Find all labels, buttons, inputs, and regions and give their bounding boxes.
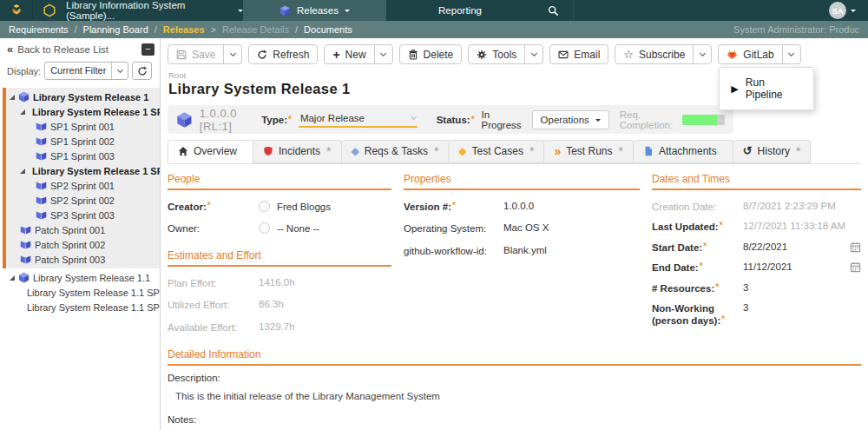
email-button-group: Email [549, 44, 608, 64]
delete-button-group: Delete [399, 44, 463, 64]
new-dropdown-toggle[interactable] [374, 45, 392, 63]
description-text[interactable]: This is the initial release of the Libra… [168, 391, 861, 401]
tree-expand-caret-icon[interactable] [10, 275, 15, 281]
breadcrumb-separator: / [295, 24, 298, 35]
trash-icon [408, 50, 418, 60]
required-marker: * [703, 241, 707, 251]
subscribe-button[interactable]: ☆ Subscribe [615, 45, 693, 63]
tree-expand-caret-icon[interactable] [20, 169, 25, 174]
tree-item-release-1-sp1[interactable]: Library System Release 1 SP1 [6, 104, 160, 119]
sprint-book-icon [20, 254, 31, 265]
status-label: Status:* [437, 115, 475, 125]
avatar[interactable]: SA [829, 2, 846, 19]
tree-item-patch-sprint-001[interactable]: Patch Sprint 001 [6, 222, 160, 237]
sidebar-collapse-button[interactable]: − [141, 43, 155, 56]
non-working-days-value[interactable]: 3 [743, 302, 748, 313]
tab-attachments[interactable]: Attachments [634, 140, 733, 163]
release-tree-sidebar: « Back to Release List − Display: Curren… [0, 38, 161, 430]
active-section-label: Releases [297, 5, 339, 16]
releases-section-menu[interactable]: Releases [243, 0, 386, 21]
breadcrumb-documents[interactable]: Documents [304, 24, 352, 35]
subscribe-dropdown-toggle[interactable] [693, 45, 711, 63]
tree-refresh-button[interactable] [132, 62, 152, 80]
gitlab-button[interactable]: GitLab [719, 45, 781, 63]
operating-system-value[interactable]: Mac OS X [503, 222, 549, 233]
display-filter-select[interactable]: Current Filter [44, 62, 128, 80]
start-date-value[interactable]: 8/22/2021 [743, 241, 818, 252]
gear-icon [477, 50, 487, 60]
save-dropdown-toggle[interactable] [223, 45, 241, 63]
release-cube-icon [18, 91, 30, 103]
tree-item-sp1-sprint-001[interactable]: SP1 Sprint 001 [6, 119, 160, 134]
tree-item-sp2-sprint-002[interactable]: SP2 Sprint 002 [6, 193, 160, 208]
github-workflow-value[interactable]: Blank.yml [503, 245, 547, 255]
end-date-value[interactable]: 11/12/2021 [743, 261, 818, 272]
subscribe-button-group: ☆ Subscribe [615, 44, 712, 64]
tab-history[interactable]: ↺ History* [733, 140, 812, 163]
tree-item-patch-sprint-002[interactable]: Patch Sprint 002 [6, 237, 160, 252]
tree-item-patch-sprint-003[interactable]: Patch Sprint 003 [6, 252, 160, 267]
required-marker: * [207, 201, 211, 210]
plan-effort-field: Plan Effort: 1416.0h [168, 277, 391, 289]
tree-item-release-11-sp2[interactable]: Library System Release 1.1 SP2 [6, 300, 160, 314]
tools-dropdown-toggle[interactable] [524, 45, 542, 63]
tools-button[interactable]: Tools [469, 45, 524, 63]
app-logo[interactable] [0, 0, 33, 21]
gitlab-icon [727, 49, 738, 60]
action-toolbar: Save Refresh + New Delet [161, 38, 868, 69]
resources-value[interactable]: 3 [743, 282, 748, 293]
owner-label: Owner: [168, 222, 259, 235]
product-selector-menu[interactable]: Library Information System (Sample)... [66, 0, 243, 21]
user-context-text: System Administrator: Produc [733, 24, 859, 35]
required-marker: * [715, 282, 719, 292]
tab-test-cases[interactable]: ◆ Test Cases* [449, 140, 544, 163]
tree-item-release-11-sp1[interactable]: Library System Release 1.1 SP1 [6, 285, 160, 300]
workspace-hexagon-logo[interactable] [33, 0, 66, 21]
tree-item-release-1-sp2[interactable]: Library System Release 1 SP2 [6, 163, 160, 178]
creator-avatar-circle[interactable] [259, 201, 270, 212]
delete-button[interactable]: Delete [400, 45, 462, 63]
status-value: In Progress [482, 109, 522, 130]
required-marker: * [471, 115, 475, 124]
global-search-button[interactable] [534, 0, 574, 21]
tree-expand-caret-icon[interactable] [10, 95, 15, 100]
refresh-button[interactable]: Refresh [249, 45, 317, 63]
req-completion-progressbar [682, 115, 725, 125]
tree-item-sp1-sprint-003[interactable]: SP1 Sprint 003 [6, 149, 160, 163]
calendar-icon[interactable] [850, 241, 861, 253]
save-button[interactable]: Save [168, 45, 223, 63]
detailed-info-header: Detailed Information [168, 348, 861, 366]
version-value[interactable]: 1.0.0.0 [503, 201, 534, 211]
run-pipeline-menu-item[interactable]: ▶ Run Pipeline [720, 73, 813, 104]
document-icon [643, 146, 654, 156]
tree-item-release-11[interactable]: Library System Release 1.1 [6, 270, 160, 285]
tab-test-runs[interactable]: » Test Runs* [544, 140, 634, 163]
calendar-icon[interactable] [850, 261, 861, 273]
breadcrumb-planning-board[interactable]: Planning Board [83, 24, 148, 35]
operations-button[interactable]: Operations [532, 110, 609, 129]
owner-avatar-circle[interactable] [259, 222, 270, 234]
sprint-book-icon [36, 121, 47, 132]
tree-item-sp2-sprint-001[interactable]: SP2 Sprint 001 [6, 178, 160, 193]
tree-expand-caret-icon[interactable] [20, 109, 25, 115]
diamond-icon: ◆ [352, 145, 359, 157]
breadcrumb-releases[interactable]: Releases [163, 24, 205, 35]
people-section-header: People [168, 173, 391, 190]
type-select[interactable]: Major Release [299, 111, 418, 128]
back-to-release-list-link[interactable]: Back to Release List [17, 44, 108, 55]
gitlab-dropdown-toggle[interactable] [782, 45, 800, 63]
tab-reqs-tasks[interactable]: ◆ Reqs & Tasks* [342, 140, 450, 163]
user-menu[interactable]: SA [829, 0, 868, 21]
display-label: Display: [7, 66, 41, 76]
new-button[interactable]: + New [325, 45, 373, 63]
reporting-menu[interactable]: Reporting [386, 0, 534, 21]
gitlab-button-group: GitLab ▶ Run Pipeline [718, 44, 800, 64]
tab-overview[interactable]: Overview [168, 140, 253, 163]
email-button[interactable]: Email [550, 45, 608, 63]
breadcrumb-requirements[interactable]: Requirements [9, 24, 68, 35]
tree-item-sp3-sprint-003[interactable]: SP3 Sprint 003 [6, 208, 160, 222]
tab-incidents[interactable]: Incidents* [253, 140, 341, 163]
owner-value: -- None -- [277, 223, 319, 234]
tree-item-release-1[interactable]: Library System Release 1 [6, 89, 160, 104]
tree-item-sp1-sprint-002[interactable]: SP1 Sprint 002 [6, 134, 160, 149]
